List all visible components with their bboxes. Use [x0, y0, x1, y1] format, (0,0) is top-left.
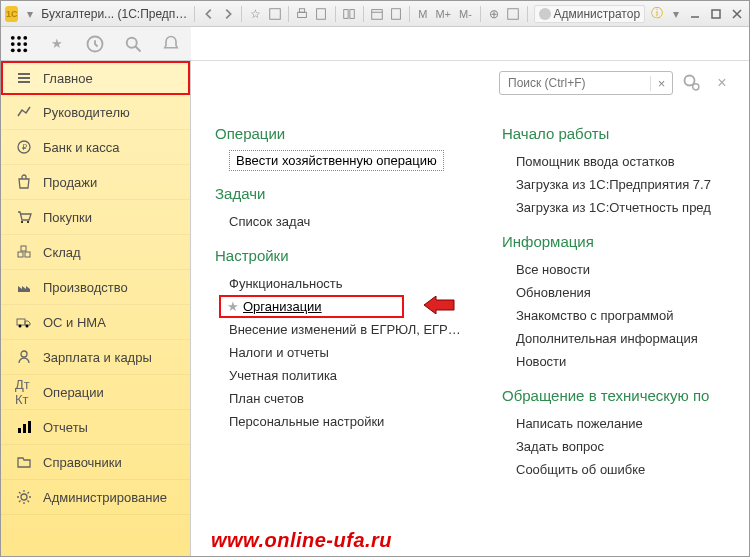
- sidebar-item-label: ОС и НМА: [43, 315, 106, 330]
- sidebar-item-chart[interactable]: Руководителю: [1, 95, 190, 130]
- svg-point-13: [17, 35, 21, 39]
- link-report-bug[interactable]: Сообщить об ошибке: [502, 458, 749, 481]
- sidebar-item-boxes[interactable]: Склад: [1, 235, 190, 270]
- star-icon: ★: [227, 299, 239, 314]
- svg-point-22: [127, 37, 137, 47]
- svg-point-37: [21, 351, 27, 357]
- favorites-icon[interactable]: ★: [47, 34, 67, 54]
- boxes-icon: [15, 243, 33, 261]
- svg-point-36: [26, 325, 29, 328]
- link-all-news[interactable]: Все новости: [502, 258, 749, 281]
- link-egrul[interactable]: Внесение изменений в ЕГРЮЛ, ЕГРИП: [215, 318, 462, 341]
- svg-rect-33: [21, 246, 26, 251]
- link-updates[interactable]: Обновления: [502, 281, 749, 304]
- sidebar-item-label: Отчеты: [43, 420, 88, 435]
- svg-rect-2: [300, 8, 305, 12]
- svg-rect-1: [298, 12, 307, 17]
- dropdown-icon[interactable]: ▾: [22, 5, 37, 23]
- chevron-down-icon[interactable]: ▾: [668, 5, 683, 23]
- svg-rect-9: [508, 8, 519, 19]
- sidebar-item-menu[interactable]: Главное: [1, 61, 190, 95]
- close-panel-button[interactable]: ×: [711, 74, 733, 92]
- link-ask-question[interactable]: Задать вопрос: [502, 435, 749, 458]
- link-load-77[interactable]: Загрузка из 1С:Предприятия 7.7: [502, 173, 749, 196]
- watermark: www.online-ufa.ru: [211, 529, 392, 552]
- memory-mplus[interactable]: M+: [433, 8, 453, 20]
- window-list-icon[interactable]: [506, 5, 521, 23]
- sidebar-item-label: Производство: [43, 280, 128, 295]
- settings-gear-icon[interactable]: [681, 73, 703, 93]
- link-task-list[interactable]: Список задач: [215, 210, 462, 233]
- svg-rect-32: [25, 252, 30, 257]
- sidebar-item-label: Склад: [43, 245, 81, 260]
- link-load-report[interactable]: Загрузка из 1С:Отчетность пред: [502, 196, 749, 219]
- save-icon[interactable]: [267, 5, 282, 23]
- titlebar: 1C ▾ Бухгалтери... (1С:Предприятие) ☆ M …: [1, 1, 749, 27]
- svg-point-19: [17, 48, 21, 52]
- link-news[interactable]: Новости: [502, 350, 749, 373]
- sidebar-item-label: Зарплата и кадры: [43, 350, 152, 365]
- info-icon[interactable]: ⓘ: [649, 5, 664, 23]
- sidebar-item-label: Продажи: [43, 175, 97, 190]
- link-functionality[interactable]: Функциональность: [215, 272, 462, 295]
- sidebar-item-truck[interactable]: ОС и НМА: [1, 305, 190, 340]
- link-accounting-policy[interactable]: Учетная политика: [215, 364, 462, 387]
- link-balance-helper[interactable]: Помощник ввода остатков: [502, 150, 749, 173]
- svg-point-30: [27, 221, 29, 223]
- search-box: ×: [499, 71, 673, 95]
- history-icon[interactable]: [85, 34, 105, 54]
- truck-icon: [15, 313, 33, 331]
- svg-rect-34: [17, 319, 25, 325]
- link-enter-operation[interactable]: Ввести хозяйственную операцию: [229, 150, 444, 171]
- svg-rect-38: [18, 428, 21, 433]
- bell-icon[interactable]: [161, 34, 181, 54]
- link-taxes[interactable]: Налоги и отчеты: [215, 341, 462, 364]
- link-organizations[interactable]: ★ Организации: [219, 295, 404, 318]
- apps-icon[interactable]: [9, 34, 29, 54]
- memory-m[interactable]: M: [416, 8, 429, 20]
- search-clear-button[interactable]: ×: [650, 76, 672, 91]
- zoom-icon[interactable]: ⊕: [487, 5, 502, 23]
- link-chart-of-accounts[interactable]: План счетов: [215, 387, 462, 410]
- maximize-button[interactable]: [708, 5, 725, 23]
- sidebar-item-bar[interactable]: Отчеты: [1, 410, 190, 445]
- menu-icon: [15, 69, 33, 87]
- svg-rect-4: [344, 9, 348, 18]
- sidebar-item-person[interactable]: Зарплата и кадры: [1, 340, 190, 375]
- sidebar-item-factory[interactable]: Производство: [1, 270, 190, 305]
- minimize-button[interactable]: [687, 5, 704, 23]
- sidebar-item-dtkt[interactable]: Дт КтОперации: [1, 375, 190, 410]
- svg-rect-6: [372, 9, 383, 19]
- close-button[interactable]: [728, 5, 745, 23]
- sidebar-item-ruble[interactable]: ₽Банк и касса: [1, 130, 190, 165]
- factory-icon: [15, 278, 33, 296]
- link-more-info[interactable]: Дополнительная информация: [502, 327, 749, 350]
- svg-line-23: [136, 46, 141, 51]
- svg-rect-39: [23, 424, 26, 433]
- star-icon[interactable]: ☆: [248, 5, 263, 23]
- sidebar-item-bag[interactable]: Продажи: [1, 165, 190, 200]
- user-avatar-icon: [539, 8, 551, 20]
- preview-icon[interactable]: [314, 5, 329, 23]
- svg-point-43: [693, 84, 699, 90]
- nav-fwd-icon[interactable]: [220, 5, 235, 23]
- user-badge[interactable]: Администратор: [534, 5, 646, 23]
- search-icon[interactable]: [123, 34, 143, 54]
- chart-icon: [15, 103, 33, 121]
- calc-icon[interactable]: [388, 5, 403, 23]
- dtkt-icon: Дт Кт: [15, 383, 33, 401]
- link-personal-settings[interactable]: Персональные настройки: [215, 410, 462, 433]
- link-write-wish[interactable]: Написать пожелание: [502, 412, 749, 435]
- calendar-icon[interactable]: [369, 5, 384, 23]
- svg-point-12: [11, 35, 15, 39]
- link-intro[interactable]: Знакомство с программой: [502, 304, 749, 327]
- print-icon[interactable]: [295, 5, 310, 23]
- memory-mminus[interactable]: M-: [457, 8, 474, 20]
- sidebar-item-folder[interactable]: Справочники: [1, 445, 190, 480]
- sidebar-item-gear[interactable]: Администрирование: [1, 480, 190, 515]
- sidebar-item-cart[interactable]: Покупки: [1, 200, 190, 235]
- svg-point-17: [23, 42, 27, 46]
- search-input[interactable]: [500, 76, 650, 90]
- compare-icon[interactable]: [342, 5, 357, 23]
- nav-back-icon[interactable]: [201, 5, 216, 23]
